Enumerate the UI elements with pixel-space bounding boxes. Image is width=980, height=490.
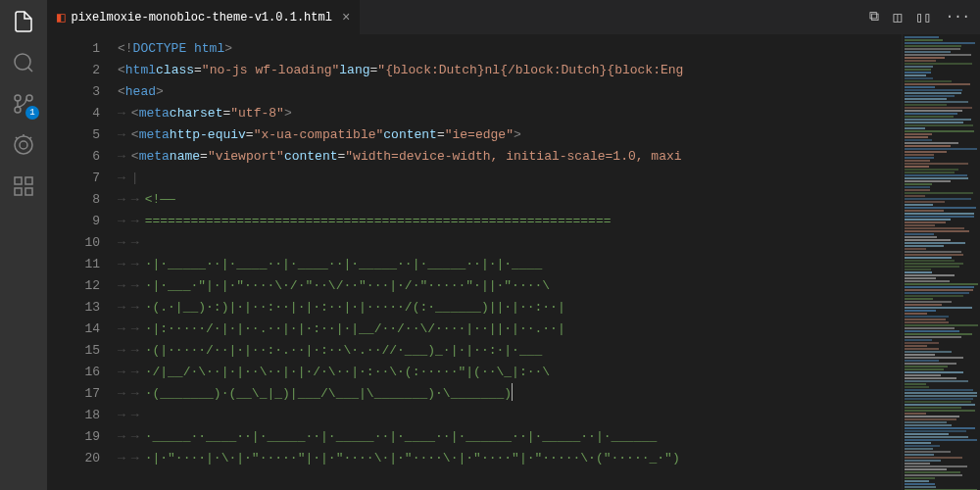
compare-changes-icon[interactable]: ⧉ <box>869 9 879 25</box>
tab-active[interactable]: ◧ pixelmoxie-monobloc-theme-v1.0.1.html … <box>47 0 360 34</box>
source-control-icon[interactable]: 1 <box>12 92 35 116</box>
more-actions-icon[interactable]: ··· <box>946 9 970 25</box>
activity-bar: 1 <box>0 0 47 490</box>
html5-icon: ◧ <box>57 9 65 25</box>
code-editor[interactable]: 1234567891011121314151617181920 <!DOCTYP… <box>47 34 902 490</box>
line-number-gutter: 1234567891011121314151617181920 <box>47 34 118 490</box>
svg-point-3 <box>15 107 21 113</box>
debug-icon[interactable] <box>12 133 35 157</box>
tab-bar: ◧ pixelmoxie-monobloc-theme-v1.0.1.html … <box>47 0 980 34</box>
svg-line-8 <box>16 137 18 139</box>
svg-point-2 <box>26 95 32 101</box>
editor-main: ◧ pixelmoxie-monobloc-theme-v1.0.1.html … <box>47 0 980 490</box>
svg-point-0 <box>15 54 30 70</box>
minimap[interactable] <box>902 34 980 490</box>
close-icon[interactable]: × <box>342 10 350 25</box>
extensions-icon[interactable] <box>12 174 35 198</box>
scm-badge: 1 <box>25 106 39 120</box>
svg-rect-10 <box>15 177 22 184</box>
svg-rect-11 <box>25 177 32 184</box>
code-content[interactable]: <!DOCTYPE html><html class="no-js wf-loa… <box>118 34 902 490</box>
tab-filename: pixelmoxie-monobloc-theme-v1.0.1.html <box>71 11 331 24</box>
svg-line-9 <box>29 137 31 139</box>
svg-point-4 <box>15 95 21 101</box>
split-editor-icon[interactable]: ▯▯ <box>915 9 932 25</box>
split-editor-right-icon[interactable]: ◫ <box>893 9 901 25</box>
editor-actions: ⧉ ◫ ▯▯ ··· <box>869 9 980 25</box>
search-icon[interactable] <box>12 51 35 74</box>
svg-rect-13 <box>25 188 32 195</box>
svg-line-1 <box>28 68 32 72</box>
svg-rect-12 <box>15 188 22 195</box>
explorer-icon[interactable] <box>12 10 35 33</box>
svg-point-6 <box>20 141 27 149</box>
